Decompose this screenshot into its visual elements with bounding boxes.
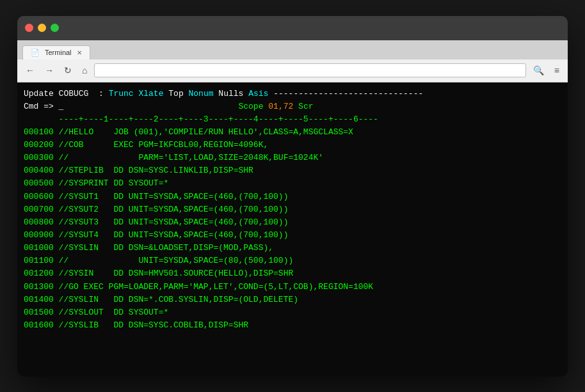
code-line-11: 001100 // UNIT=SYSDA,SPACE=(80,(500,100)…	[24, 255, 561, 267]
terminal-area: Update COBUCG : Trunc Xlate Top Nonum Nu…	[17, 82, 568, 377]
status-line-1: Update COBUCG : Trunc Xlate Top Nonum Nu…	[24, 88, 561, 100]
code-line-10: 001000 //SYSLIN DD DSN=&LOADSET,DISP=(MO…	[24, 242, 561, 255]
close-button[interactable]	[25, 24, 33, 32]
code-line-15: 001500 //SYSLOUT DD SYSOUT=*	[24, 306, 561, 319]
minimize-button[interactable]	[38, 24, 46, 32]
status-line-2: Cmd => _ Scope 01,72 Scr	[24, 100, 561, 113]
browser-window: 📄 Terminal ✕ ← → ↻ ⌂ 🔍 ≡ Update COBUCG :…	[17, 16, 568, 377]
code-line-4: 000400 //STEPLIB DD DSN=SYSC.LINKLIB,DIS…	[24, 164, 561, 177]
code-line-14: 001400 //SYSLIN DD DSN=*.COB.SYSLIN,DISP…	[24, 294, 561, 306]
title-bar	[17, 16, 568, 40]
tab-close-button[interactable]: ✕	[77, 49, 82, 56]
nav-bar: ← → ↻ ⌂ 🔍 ≡	[17, 59, 568, 82]
code-line-5: 000500 //SYSPRINT DD SYSOUT=*	[24, 177, 561, 190]
back-button[interactable]: ←	[22, 64, 38, 77]
cmd-label: Cmd =>	[24, 102, 59, 111]
code-line-8: 000800 //SYSUT3 DD UNIT=SYSDA,SPACE=(460…	[24, 216, 561, 229]
code-line-16: 001600 //SYSLIB DD DSN=SYSC.COBLIB,DISP=…	[24, 319, 561, 332]
code-line-2: 000200 //COB EXEC PGM=IKFCBL00,REGION=40…	[24, 139, 561, 152]
address-input[interactable]	[94, 63, 525, 77]
forward-button[interactable]: →	[42, 64, 57, 77]
search-button[interactable]: 🔍	[530, 64, 547, 77]
menu-button[interactable]: ≡	[551, 64, 563, 77]
refresh-button[interactable]: ↻	[61, 64, 75, 77]
code-line-12: 001200 //SYSIN DD DSN=HMV501.SOURCE(HELL…	[24, 267, 561, 280]
tab-bar: 📄 Terminal ✕	[17, 40, 568, 59]
code-line-3: 000300 // PARM='LIST,LOAD,SIZE=2048K,BUF…	[24, 152, 561, 164]
ruler-line: ----+----1----+----2----+----3----+----4…	[24, 113, 561, 126]
active-tab[interactable]: 📄 Terminal ✕	[22, 45, 90, 59]
nonum-label: Nonum	[189, 89, 214, 98]
update-label: Update	[24, 89, 59, 98]
code-line-9: 000900 //SYSUT4 DD UNIT=SYSDA,SPACE=(460…	[24, 229, 561, 242]
traffic-lights	[25, 24, 59, 32]
cobucg-label: COBUCG	[59, 89, 89, 98]
code-line-13: 001300 //GO EXEC PGM=LOADER,PARM='MAP,LE…	[24, 281, 561, 294]
home-button[interactable]: ⌂	[79, 64, 90, 77]
xlate-label: Xlate	[138, 89, 163, 98]
trunc-label: Trunc	[109, 89, 134, 98]
top-label: Top	[168, 89, 183, 98]
tab-label: Terminal	[45, 49, 72, 56]
code-line-7: 000700 //SYSUT2 DD UNIT=SYSDA,SPACE=(460…	[24, 203, 561, 216]
asis-label: Asis	[248, 89, 268, 98]
scope-value: 01,72	[268, 102, 293, 111]
tab-icon: 📄	[31, 49, 40, 57]
nulls-label: Nulls	[218, 89, 243, 98]
maximize-button[interactable]	[51, 24, 59, 32]
code-line-6: 000600 //SYSUT1 DD UNIT=SYSDA,SPACE=(460…	[24, 191, 561, 203]
code-line-1: 000100 //HELLO JOB (001),'COMPILE/RUN HE…	[24, 126, 561, 139]
